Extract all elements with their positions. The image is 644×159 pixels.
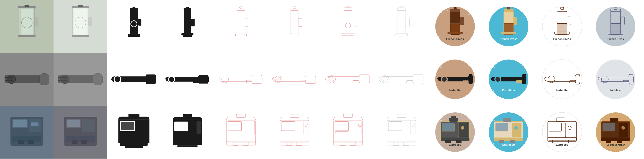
french-press-black-svg-2 bbox=[170, 6, 205, 47]
svg-point-107 bbox=[169, 77, 174, 82]
svg-rect-175 bbox=[226, 142, 256, 146]
portafilter-photo-1 bbox=[0, 53, 54, 106]
svg-rect-258 bbox=[602, 123, 615, 131]
portafilter-pink-svg-2 bbox=[271, 70, 318, 89]
svg-point-219 bbox=[461, 126, 464, 130]
svg-rect-23 bbox=[184, 8, 191, 10]
svg-point-252 bbox=[629, 118, 630, 119]
portafilter-wireframe-svg bbox=[378, 70, 425, 89]
svg-rect-95 bbox=[39, 74, 49, 85]
svg-rect-87 bbox=[611, 23, 620, 34]
svg-rect-179 bbox=[232, 142, 238, 146]
svg-rect-152 bbox=[12, 136, 41, 142]
portafilter-black-svg-2 bbox=[164, 70, 211, 89]
portafilter-circle-1: Portafilter bbox=[428, 53, 482, 106]
svg-rect-117 bbox=[353, 80, 359, 83]
svg-text:French Press: French Press bbox=[553, 38, 571, 40]
svg-point-225 bbox=[522, 118, 523, 119]
espresso-wireframe bbox=[375, 106, 428, 158]
svg-point-235 bbox=[514, 126, 518, 130]
svg-point-51 bbox=[468, 14, 470, 15]
svg-point-253 bbox=[630, 144, 631, 146]
espresso-circle-2: Espresso bbox=[482, 106, 535, 158]
svg-rect-37 bbox=[342, 33, 354, 36]
svg-rect-182 bbox=[280, 142, 309, 146]
svg-point-134 bbox=[493, 90, 494, 92]
svg-point-139 bbox=[542, 60, 582, 99]
svg-rect-191 bbox=[335, 122, 348, 131]
svg-point-144 bbox=[596, 60, 636, 99]
image-grid: French Press French Press bbox=[0, 0, 644, 159]
svg-rect-137 bbox=[516, 80, 522, 83]
svg-rect-260 bbox=[610, 118, 618, 122]
svg-rect-220 bbox=[446, 140, 451, 143]
svg-rect-150 bbox=[13, 120, 27, 128]
portafilter-circle-svg-4: Portafilter bbox=[595, 59, 636, 100]
svg-point-133 bbox=[523, 92, 524, 93]
svg-rect-172 bbox=[185, 114, 190, 115]
svg-text:French Press: French Press bbox=[607, 38, 624, 40]
svg-point-21 bbox=[131, 21, 137, 27]
french-press-circle-4: French Press bbox=[589, 0, 642, 53]
svg-rect-214 bbox=[442, 123, 454, 131]
svg-rect-231 bbox=[496, 123, 508, 131]
svg-rect-30 bbox=[244, 19, 248, 26]
svg-point-262 bbox=[622, 126, 625, 130]
espresso-circle-4: Espresso Maker bbox=[589, 106, 642, 158]
espresso-pink-svg-1 bbox=[223, 114, 259, 150]
svg-rect-102 bbox=[58, 77, 67, 78]
svg-rect-11 bbox=[78, 5, 83, 7]
svg-point-65 bbox=[524, 39, 525, 40]
svg-rect-40 bbox=[352, 18, 356, 27]
espresso-black-svg-2 bbox=[169, 114, 206, 150]
svg-rect-128 bbox=[462, 80, 468, 83]
svg-point-205 bbox=[412, 124, 415, 127]
svg-rect-159 bbox=[82, 118, 95, 132]
svg-rect-108 bbox=[193, 80, 199, 83]
espresso-circle-svg-2: Espresso bbox=[488, 112, 529, 152]
svg-point-209 bbox=[470, 144, 471, 146]
svg-rect-173 bbox=[196, 121, 201, 134]
french-press-outline-2 bbox=[268, 0, 321, 53]
svg-rect-164 bbox=[125, 146, 143, 148]
svg-rect-230 bbox=[494, 138, 523, 142]
svg-rect-162 bbox=[81, 140, 87, 144]
svg-rect-167 bbox=[121, 122, 134, 130]
espresso-circle-1: Espresso bbox=[428, 106, 482, 158]
french-press-wireframe bbox=[375, 0, 428, 53]
espresso-photo-svg-2 bbox=[61, 113, 100, 152]
svg-rect-26 bbox=[237, 10, 244, 35]
svg-rect-264 bbox=[617, 140, 622, 143]
svg-point-136 bbox=[496, 77, 500, 82]
svg-text:French Press: French Press bbox=[446, 38, 464, 40]
svg-rect-204 bbox=[403, 142, 409, 146]
svg-text:French Press: French Press bbox=[500, 38, 517, 40]
french-press-photo-1 bbox=[0, 0, 54, 53]
svg-rect-73 bbox=[504, 23, 514, 24]
svg-point-52 bbox=[470, 38, 472, 39]
espresso-circle-svg-4: Espresso Maker bbox=[595, 112, 636, 152]
svg-rect-153 bbox=[18, 140, 24, 144]
svg-rect-178 bbox=[250, 121, 254, 134]
portafilter-pink-svg-1 bbox=[217, 70, 264, 89]
french-press-pink-svg-2 bbox=[277, 6, 312, 47]
portafilter-outline-2 bbox=[268, 53, 321, 106]
svg-rect-194 bbox=[340, 142, 345, 146]
svg-rect-199 bbox=[387, 142, 416, 146]
svg-rect-187 bbox=[296, 142, 302, 146]
svg-rect-183 bbox=[281, 122, 295, 131]
svg-point-188 bbox=[305, 124, 308, 127]
svg-point-227 bbox=[493, 143, 494, 144]
french-press-pink-svg-3 bbox=[331, 6, 365, 47]
svg-point-254 bbox=[600, 143, 601, 144]
svg-point-131 bbox=[494, 67, 495, 68]
french-press-outline-1 bbox=[214, 0, 268, 53]
svg-point-226 bbox=[523, 144, 524, 146]
svg-rect-45 bbox=[400, 7, 403, 8]
svg-rect-174 bbox=[226, 120, 256, 142]
svg-point-116 bbox=[330, 77, 334, 82]
svg-rect-198 bbox=[387, 120, 416, 142]
svg-point-123 bbox=[468, 65, 470, 66]
svg-rect-263 bbox=[606, 140, 611, 143]
svg-point-127 bbox=[442, 77, 447, 82]
